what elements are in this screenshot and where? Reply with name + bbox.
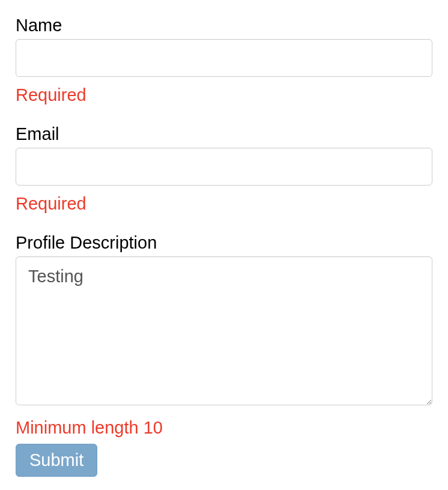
name-error: Required [16,85,432,105]
profile-textarea[interactable]: Testing [16,256,432,405]
profile-label: Profile Description [16,233,432,253]
submit-button[interactable]: Submit [16,444,97,477]
email-input[interactable] [16,148,432,186]
email-label: Email [16,124,432,144]
name-group: Name Required [16,16,432,105]
email-error: Required [16,194,432,214]
profile-group: Profile Description Testing Minimum leng… [16,233,432,477]
name-label: Name [16,16,432,35]
profile-form: Name Required Email Required Profile Des… [16,16,432,477]
name-input[interactable] [16,39,432,77]
profile-error: Minimum length 10 [16,418,432,438]
email-group: Email Required [16,124,432,214]
